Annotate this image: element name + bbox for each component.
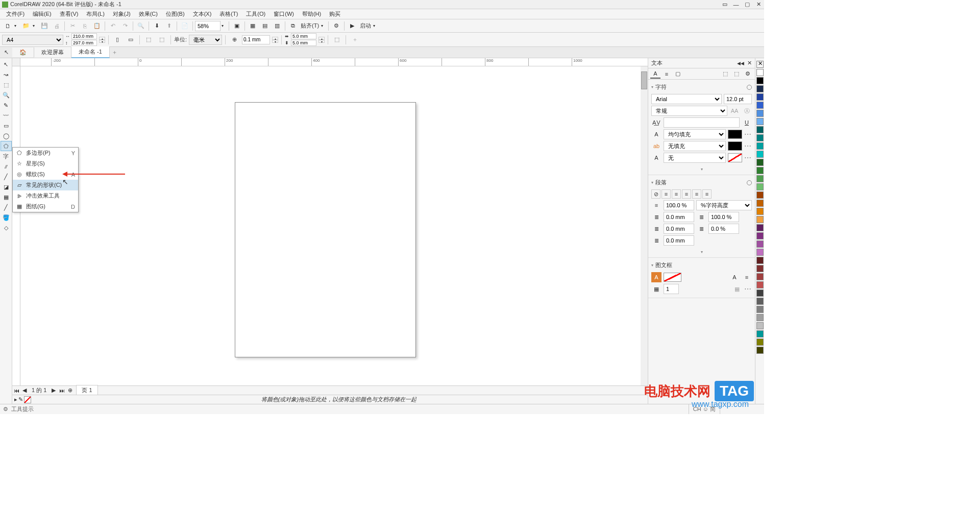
- fill-tool[interactable]: 🪣: [1, 212, 12, 223]
- tab-character[interactable]: A: [650, 69, 660, 79]
- crop-tool[interactable]: ⬚: [1, 80, 12, 90]
- expand-para-icon[interactable]: ▾: [701, 250, 703, 254]
- new-button[interactable]: 🗋: [2, 20, 13, 32]
- color-cell[interactable]: [756, 175, 764, 182]
- unit-select[interactable]: 毫米: [189, 35, 222, 45]
- fill3-color[interactable]: [728, 153, 742, 162]
- color-cell[interactable]: [756, 183, 764, 190]
- flyout-star[interactable]: ☆ 星形(S): [13, 158, 78, 169]
- gear-icon[interactable]: ⚙: [3, 406, 8, 413]
- landscape-button[interactable]: ▭: [125, 34, 136, 45]
- flyout-impact[interactable]: ⫸ 冲击效果工具: [13, 190, 78, 201]
- fill1-select[interactable]: 均匀填充: [664, 129, 726, 139]
- font-select[interactable]: Arial: [651, 94, 722, 104]
- color-cell[interactable]: [756, 93, 764, 101]
- ruler-button[interactable]: ▥: [272, 20, 283, 32]
- color-cell[interactable]: [756, 208, 764, 215]
- maximize-button[interactable]: ▢: [744, 1, 751, 8]
- page-width-input[interactable]: [71, 33, 97, 39]
- color-cell[interactable]: [756, 232, 764, 239]
- color-cell[interactable]: [756, 281, 764, 288]
- window-icon-1[interactable]: ▭: [721, 1, 728, 8]
- color-cell[interactable]: [756, 289, 764, 297]
- color-cell[interactable]: [756, 102, 764, 109]
- pick-tool[interactable]: ↖: [1, 59, 12, 69]
- tab-options-1[interactable]: ⬚: [720, 69, 730, 79]
- export-button[interactable]: ⬆: [163, 20, 175, 32]
- outline-tool[interactable]: ◇: [1, 223, 12, 233]
- home-tab[interactable]: 🏠: [12, 47, 34, 57]
- font-weight-icon[interactable]: AA: [729, 106, 740, 116]
- color-cell[interactable]: [756, 126, 764, 133]
- color-cell[interactable]: [756, 191, 764, 199]
- font-size-input[interactable]: [724, 94, 752, 104]
- color-cell[interactable]: [756, 200, 764, 207]
- dup-x-input[interactable]: [291, 33, 316, 39]
- chevron-icon[interactable]: ▾: [651, 263, 653, 268]
- fill2-select[interactable]: 无填充: [664, 141, 726, 151]
- options-button[interactable]: ⚙: [331, 20, 342, 32]
- open-button[interactable]: 📁: [20, 20, 32, 32]
- color-cell[interactable]: [756, 338, 764, 346]
- dropshadow-tool[interactable]: ◪: [1, 182, 12, 192]
- char-height-select[interactable]: %字符高度: [696, 200, 752, 210]
- spinner-down[interactable]: ▾: [99, 40, 105, 43]
- before-input[interactable]: [664, 212, 694, 222]
- flyout-polygon[interactable]: ⬠ 多边形(P) Y: [13, 148, 78, 158]
- font-style-select[interactable]: 常规: [651, 106, 727, 116]
- minimize-button[interactable]: —: [732, 1, 740, 8]
- tab-paragraph[interactable]: ≡: [662, 69, 672, 79]
- menu-help[interactable]: 帮助(H): [298, 9, 325, 19]
- color-cell[interactable]: [756, 151, 764, 158]
- outline-font-icon[interactable]: Ⓐ: [742, 106, 752, 116]
- underline-icon[interactable]: U: [742, 117, 752, 128]
- color-cell[interactable]: [756, 159, 764, 166]
- scroll-thumb[interactable]: [641, 71, 647, 89]
- fullscreen-button[interactable]: ▣: [231, 20, 242, 32]
- doc-tab-1[interactable]: 未命名 -1: [71, 46, 110, 58]
- expand-char-icon[interactable]: ▾: [701, 167, 703, 172]
- color-cell[interactable]: [756, 306, 764, 313]
- no-fill-cell[interactable]: [24, 396, 31, 403]
- relative-button[interactable]: ⬚: [331, 34, 342, 45]
- pick-tool-icon[interactable]: ↖: [4, 49, 9, 56]
- tab-options-3[interactable]: ⚙: [743, 69, 753, 79]
- eyedropper-tool[interactable]: ╱: [1, 202, 12, 212]
- parallel-tool[interactable]: ⫽: [1, 161, 12, 172]
- color-cell[interactable]: [756, 298, 764, 305]
- page-tab-1[interactable]: 页 1: [76, 385, 97, 396]
- frame-columns-icon[interactable]: ≡: [742, 272, 752, 282]
- connector-tool[interactable]: ╱: [1, 172, 12, 182]
- shape-tool[interactable]: ↝: [1, 69, 12, 80]
- chevron-icon[interactable]: ▾: [651, 85, 653, 89]
- last-page-button[interactable]: ⏭: [58, 386, 66, 395]
- indent1-input[interactable]: [664, 224, 694, 234]
- after-input[interactable]: [708, 212, 739, 222]
- menu-table[interactable]: 表格(T): [215, 9, 242, 19]
- color-cell[interactable]: [756, 77, 764, 84]
- color-cell[interactable]: [756, 142, 764, 150]
- section-options-icon[interactable]: [747, 85, 752, 90]
- find-button[interactable]: 🔍: [135, 20, 146, 32]
- align-justify[interactable]: ≡: [692, 189, 701, 199]
- color-cell[interactable]: [756, 69, 764, 76]
- tab-options-2[interactable]: ⬚: [731, 69, 742, 79]
- kerning-input[interactable]: [664, 117, 740, 128]
- indent3-input[interactable]: [664, 235, 694, 246]
- horizontal-ruler[interactable]: -200 0 200 400 600 800 1000: [20, 58, 648, 66]
- vertical-scrollbar[interactable]: [641, 66, 648, 414]
- save-button[interactable]: 💾: [39, 20, 50, 32]
- line-height-input[interactable]: [664, 200, 694, 210]
- menu-tools[interactable]: 工具(O): [242, 9, 270, 19]
- redo-button[interactable]: ↷: [119, 20, 131, 32]
- welcome-tab[interactable]: 欢迎屏幕: [34, 47, 71, 58]
- snap-label[interactable]: 贴齐(T): [300, 22, 320, 30]
- fill2-more[interactable]: ⋯: [744, 142, 752, 150]
- dup-y-input[interactable]: [291, 40, 316, 46]
- color-cell[interactable]: [756, 322, 764, 329]
- color-cell[interactable]: [756, 110, 764, 117]
- color-cell[interactable]: [756, 134, 764, 141]
- menu-edit[interactable]: 编辑(E): [29, 9, 56, 19]
- color-cell[interactable]: [756, 347, 764, 354]
- zoom-input[interactable]: [195, 21, 220, 31]
